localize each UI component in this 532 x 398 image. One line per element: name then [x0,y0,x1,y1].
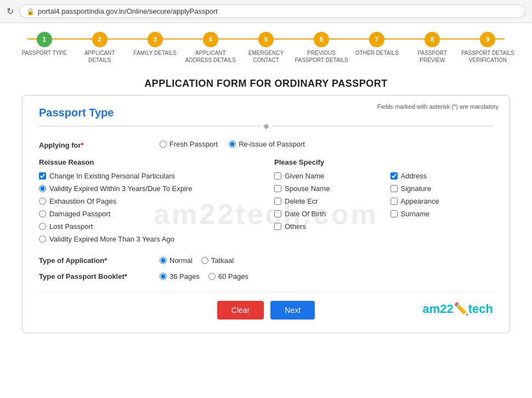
specify-delete-ecr-checkbox[interactable] [274,198,281,205]
step-4[interactable]: 4 APPLICANTADDRESS DETAILS [183,32,238,64]
form-card: Fields marked with asterisk (*) are mand… [22,95,510,333]
36-pages-radio[interactable] [160,273,167,280]
normal-option[interactable]: Normal [160,256,193,265]
step-5-circle: 5 [258,32,274,47]
specify-appearance-checkbox[interactable] [390,198,398,205]
required-star-2: * [104,256,107,265]
step-7-label: OTHER DETAILS [355,49,399,57]
reissue-reason-validity-within-radio[interactable] [39,185,46,192]
reissue-reason-change[interactable]: Change In Existing Personal Particulars [39,172,258,180]
36-pages-option[interactable]: 36 Pages [160,272,200,281]
specify-delete-ecr-label: Delete Ecr [285,197,318,205]
specify-address-label: Address [401,172,427,180]
refresh-icon[interactable]: ↻ [7,6,14,16]
specify-spouse-name-label: Spouse Name [285,184,330,193]
specify-dob-checkbox[interactable] [274,210,281,217]
step-2-label: APPLICANTDETAILS [84,49,115,64]
reissue-reason-label: Reissue Reason [39,158,258,166]
reissue-reason-change-checkbox[interactable] [39,172,46,180]
divider-diamond: ◆ [263,121,269,130]
reissue-reason-col: Reissue Reason Change In Existing Person… [39,158,258,248]
specify-address-checkbox[interactable] [390,172,398,180]
next-button[interactable]: Next [270,301,315,319]
step-2[interactable]: 2 APPLICANTDETAILS [72,32,127,64]
specify-address[interactable]: Address [390,172,494,180]
step-3[interactable]: 3 FAMILY DETAILS [127,32,183,57]
main-content: 1 PASSPORT TYPE 2 APPLICANTDETAILS 3 FAM… [0,23,532,398]
specify-delete-ecr[interactable]: Delete Ecr [274,197,377,205]
step-7-circle: 7 [369,32,384,47]
reissue-reason-change-label: Change In Existing Personal Particulars [49,172,175,180]
60-pages-label: 60 Pages [218,272,248,281]
specify-surname[interactable]: Surname [390,210,494,218]
fresh-passport-option[interactable]: Fresh Passport [160,140,218,148]
reissue-reason-lost[interactable]: Lost Passport [39,222,258,231]
specify-dob[interactable]: Date Of Birth [274,210,377,218]
step-8[interactable]: 8 PASSPORTPREVIEW [405,32,460,64]
required-star-3: * [124,272,127,281]
reissue-reason-damaged-radio[interactable] [39,210,46,217]
specify-given-name[interactable]: Given Name [274,172,377,180]
step-6-circle: 6 [314,32,329,47]
url-text: portal4.passportindia.gov.in/Online/secu… [38,7,218,15]
reissue-reason-validity-more-label: Validity Expired More Than 3 Years Ago [49,235,174,243]
specify-signature[interactable]: Signature [390,184,494,193]
fresh-passport-radio[interactable] [160,141,167,148]
reissue-reason-lost-label: Lost Passport [49,222,93,231]
step-5-label: EMERGENCYCONTACT [248,49,284,64]
fresh-passport-label: Fresh Passport [169,140,218,148]
reissue-reason-exhaustion[interactable]: Exhaustion Of Pages [39,197,258,205]
specify-others-label: Others [285,222,306,231]
specify-signature-checkbox[interactable] [390,185,398,192]
reissue-reason-validity-within-label: Validity Expired Within 3 Years/Due To E… [49,184,192,193]
tatkaal-radio[interactable] [201,257,208,264]
url-bar[interactable]: 🔒 portal4.passportindia.gov.in/Online/se… [19,4,525,18]
booklet-type-options: 36 Pages 60 Pages [160,272,248,281]
reissue-reason-lost-radio[interactable] [39,223,46,230]
clear-button[interactable]: Clear [217,301,264,319]
step-6[interactable]: 6 PREVIOUSPASSPORT DETAILS [294,32,349,64]
reissue-reason-exhaustion-radio[interactable] [39,198,46,205]
step-1-label: PASSPORT TYPE [22,49,67,57]
please-specify-col: Please Specify Given Name Spouse Name [274,158,493,248]
step-7[interactable]: 7 OTHER DETAILS [349,32,405,57]
specify-col-2: Address Signature Appearance Surnam [390,172,494,235]
application-type-options: Normal Tatkaal [160,256,234,265]
specify-spouse-name-checkbox[interactable] [274,185,281,192]
reissue-reason-validity-more-radio[interactable] [39,236,46,243]
reissue-reason-exhaustion-label: Exhaustion Of Pages [49,197,116,205]
specify-others[interactable]: Others [274,222,377,231]
mandatory-note: Fields marked with asterisk (*) are mand… [377,103,499,110]
booklet-type-label: Type of Passport Booklet* [39,272,160,281]
specify-spouse-name[interactable]: Spouse Name [274,184,377,193]
reissue-passport-radio[interactable] [229,141,236,148]
60-pages-radio[interactable] [208,273,216,280]
specify-cols: Given Name Spouse Name Delete Ecr D [274,172,493,235]
normal-radio[interactable] [160,257,167,264]
reissue-reason-validity-within[interactable]: Validity Expired Within 3 Years/Due To E… [39,184,258,193]
browser-bar: ↻ 🔒 portal4.passportindia.gov.in/Online/… [0,0,532,23]
specify-surname-checkbox[interactable] [390,210,398,217]
applying-for-label: Applying for* [39,140,160,149]
step-9[interactable]: 9 PASSPORT DETAILSVERIFICATION [460,32,516,64]
60-pages-option[interactable]: 60 Pages [208,272,248,281]
step-9-circle: 9 [480,32,495,47]
specify-given-name-checkbox[interactable] [274,172,281,180]
step-4-label: APPLICANTADDRESS DETAILS [185,49,236,64]
step-8-circle: 8 [425,32,440,47]
reissue-reason-validity-more[interactable]: Validity Expired More Than 3 Years Ago [39,235,258,243]
reissue-reason-damaged-label: Damaged Passport [49,210,110,218]
tatkaal-option[interactable]: Tatkaal [201,256,234,265]
section-divider: ◆ [39,121,493,130]
reissue-reason-damaged[interactable]: Damaged Passport [39,210,258,218]
specify-dob-label: Date Of Birth [285,210,326,218]
specify-others-checkbox[interactable] [274,223,281,230]
step-1[interactable]: 1 PASSPORT TYPE [16,32,72,57]
step-8-label: PASSPORTPREVIEW [418,49,448,64]
lock-icon: 🔒 [26,8,35,15]
reissue-passport-option[interactable]: Re-issue of Passport [229,140,305,148]
divider-line-left [39,126,260,126]
page-title: APPLICATION FORM FOR ORDINARY PASSPORT [0,68,532,95]
step-5[interactable]: 5 EMERGENCYCONTACT [238,32,293,64]
specify-appearance[interactable]: Appearance [390,197,494,205]
